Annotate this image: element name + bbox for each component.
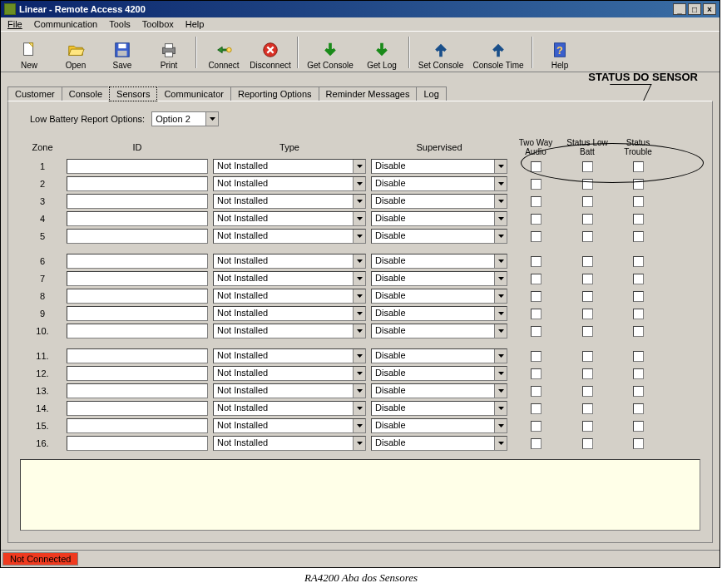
chevron-down-icon[interactable] — [494, 307, 507, 320]
chevron-down-icon[interactable] — [353, 230, 365, 243]
sensor-id-input[interactable] — [67, 159, 208, 174]
chevron-down-icon[interactable] — [353, 195, 365, 208]
chevron-down-icon[interactable] — [205, 112, 218, 126]
sensor-supervised-select[interactable]: Disable — [371, 159, 507, 174]
chevron-down-icon[interactable] — [494, 160, 507, 173]
sensor-id-input[interactable] — [67, 436, 208, 451]
sensor-supervised-select[interactable]: Disable — [371, 306, 507, 321]
sensor-id-input[interactable] — [67, 348, 208, 363]
chevron-down-icon[interactable] — [353, 419, 365, 432]
status-low-batt-checkbox[interactable] — [582, 403, 593, 414]
status-low-batt-checkbox[interactable] — [582, 421, 593, 432]
status-low-batt-checkbox[interactable] — [582, 179, 593, 190]
status-trouble-checkbox[interactable] — [633, 196, 644, 207]
chevron-down-icon[interactable] — [353, 272, 365, 285]
sensor-type-select[interactable]: Not Installed — [213, 418, 366, 433]
tool-set-console[interactable]: Set Console — [413, 39, 468, 70]
sensor-type-select[interactable]: Not Installed — [213, 401, 366, 416]
sensor-id-input[interactable] — [67, 194, 208, 209]
two-way-audio-checkbox[interactable] — [531, 161, 542, 172]
two-way-audio-checkbox[interactable] — [531, 214, 542, 225]
sensor-type-select[interactable]: Not Installed — [213, 254, 366, 269]
sensor-supervised-select[interactable]: Disable — [371, 211, 507, 226]
two-way-audio-checkbox[interactable] — [531, 368, 542, 379]
status-low-batt-checkbox[interactable] — [582, 196, 593, 207]
status-trouble-checkbox[interactable] — [633, 214, 644, 225]
status-low-batt-checkbox[interactable] — [582, 274, 593, 284]
chevron-down-icon[interactable] — [494, 349, 507, 363]
chevron-down-icon[interactable] — [494, 230, 507, 243]
sensor-type-select[interactable]: Not Installed — [213, 383, 366, 398]
chevron-down-icon[interactable] — [494, 272, 507, 285]
sensor-type-select[interactable]: Not Installed — [213, 176, 366, 191]
status-low-batt-checkbox[interactable] — [582, 161, 593, 172]
chevron-down-icon[interactable] — [353, 349, 365, 363]
two-way-audio-checkbox[interactable] — [531, 179, 542, 190]
status-trouble-checkbox[interactable] — [633, 179, 644, 190]
status-trouble-checkbox[interactable] — [633, 438, 644, 449]
tab-reporting-options[interactable]: Reporting Options — [230, 86, 319, 101]
two-way-audio-checkbox[interactable] — [531, 274, 542, 284]
tool-open[interactable]: Open — [52, 39, 99, 70]
two-way-audio-checkbox[interactable] — [531, 438, 542, 449]
menu-tools[interactable]: Tools — [109, 19, 131, 29]
two-way-audio-checkbox[interactable] — [531, 403, 542, 414]
chevron-down-icon[interactable] — [494, 289, 507, 303]
sensor-supervised-select[interactable]: Disable — [371, 383, 507, 398]
sensor-id-input[interactable] — [67, 418, 208, 433]
two-way-audio-checkbox[interactable] — [531, 386, 542, 397]
status-low-batt-checkbox[interactable] — [582, 231, 593, 242]
two-way-audio-checkbox[interactable] — [531, 231, 542, 242]
status-trouble-checkbox[interactable] — [633, 403, 644, 414]
chevron-down-icon[interactable] — [494, 254, 507, 268]
chevron-down-icon[interactable] — [353, 384, 365, 398]
chevron-down-icon[interactable] — [494, 402, 507, 415]
tool-new[interactable]: New — [6, 39, 52, 70]
menu-communication[interactable]: Communication — [34, 19, 97, 29]
chevron-down-icon[interactable] — [353, 307, 365, 320]
sensor-type-select[interactable]: Not Installed — [213, 271, 366, 286]
status-low-batt-checkbox[interactable] — [582, 256, 593, 267]
status-low-batt-checkbox[interactable] — [582, 351, 593, 362]
sensor-type-select[interactable]: Not Installed — [213, 194, 366, 209]
status-low-batt-checkbox[interactable] — [582, 214, 593, 225]
sensor-supervised-select[interactable]: Disable — [371, 289, 507, 304]
sensor-id-input[interactable] — [67, 306, 208, 321]
status-low-batt-checkbox[interactable] — [582, 326, 593, 337]
two-way-audio-checkbox[interactable] — [531, 291, 542, 302]
sensor-id-input[interactable] — [67, 401, 208, 416]
sensor-supervised-select[interactable]: Disable — [371, 348, 507, 363]
two-way-audio-checkbox[interactable] — [531, 256, 542, 267]
status-trouble-checkbox[interactable] — [633, 368, 644, 379]
sensor-id-input[interactable] — [67, 271, 208, 286]
low-battery-combo[interactable] — [151, 111, 219, 126]
tool-connect[interactable]: Connect — [200, 39, 247, 70]
chevron-down-icon[interactable] — [494, 177, 507, 190]
chevron-down-icon[interactable] — [353, 254, 365, 268]
sensor-supervised-select[interactable]: Disable — [371, 366, 507, 381]
status-trouble-checkbox[interactable] — [633, 309, 644, 319]
chevron-down-icon[interactable] — [494, 212, 507, 225]
chevron-down-icon[interactable] — [353, 212, 365, 225]
sensor-id-input[interactable] — [67, 383, 208, 398]
sensor-id-input[interactable] — [67, 289, 208, 304]
tool-help[interactable]: ? Help — [537, 39, 583, 70]
sensor-supervised-select[interactable]: Disable — [371, 324, 507, 338]
status-trouble-checkbox[interactable] — [633, 231, 644, 242]
sensor-supervised-select[interactable]: Disable — [371, 271, 507, 286]
sensor-supervised-select[interactable]: Disable — [371, 401, 507, 416]
sensor-type-select[interactable]: Not Installed — [213, 229, 366, 244]
chevron-down-icon[interactable] — [353, 289, 365, 303]
sensor-type-select[interactable]: Not Installed — [213, 436, 366, 451]
chevron-down-icon[interactable] — [353, 324, 365, 338]
two-way-audio-checkbox[interactable] — [531, 421, 542, 432]
status-trouble-checkbox[interactable] — [633, 386, 644, 397]
status-trouble-checkbox[interactable] — [633, 256, 644, 267]
sensor-supervised-select[interactable]: Disable — [371, 436, 507, 451]
sensor-supervised-select[interactable]: Disable — [371, 229, 507, 244]
status-trouble-checkbox[interactable] — [633, 161, 644, 172]
two-way-audio-checkbox[interactable] — [531, 326, 542, 337]
sensor-type-select[interactable]: Not Installed — [213, 306, 366, 321]
menu-help[interactable]: Help — [185, 19, 205, 29]
tool-get-log[interactable]: Get Log — [359, 39, 405, 70]
